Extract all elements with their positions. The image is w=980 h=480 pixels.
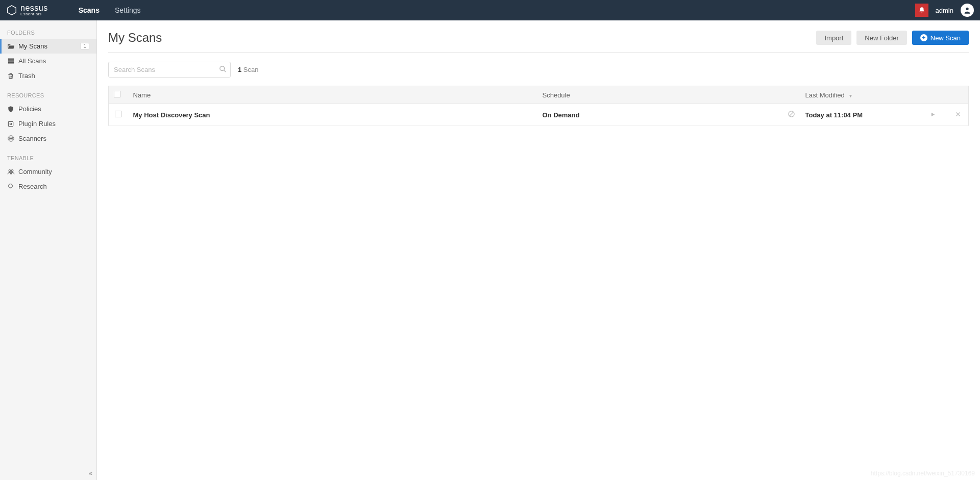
- radar-icon: [7, 135, 18, 142]
- stack-icon: [7, 57, 18, 65]
- sidebar-item-all-scans[interactable]: All Scans: [0, 54, 96, 68]
- sidebar-item-my-scans[interactable]: My Scans 1: [0, 39, 96, 54]
- top-nav: Scans Settings: [79, 6, 141, 14]
- col-header-select: [109, 86, 128, 104]
- page-actions: Import New Folder + New Scan: [816, 31, 969, 45]
- svg-point-1: [966, 8, 968, 10]
- search-icon[interactable]: [219, 65, 227, 74]
- svg-point-12: [220, 66, 225, 70]
- sidebar-item-trash[interactable]: Trash: [0, 68, 96, 83]
- scans-table: Name Schedule Last Modified ▼ My H: [108, 86, 969, 126]
- sidebar-item-plugin-rules[interactable]: Plugin Rules: [0, 116, 96, 131]
- row-name[interactable]: My Host Discovery Scan: [128, 104, 537, 126]
- main-content: My Scans Import New Folder + New Scan 1: [97, 20, 980, 480]
- folder-open-icon: [7, 42, 18, 50]
- nessus-hexagon-icon: [6, 5, 17, 16]
- lightbulb-icon: [7, 183, 18, 190]
- svg-rect-5: [8, 121, 13, 126]
- community-icon: [7, 168, 18, 175]
- scan-count-number: 1: [238, 66, 241, 73]
- sidebar-group-resources: RESOURCES: [0, 83, 96, 102]
- sidebar-item-research[interactable]: Research: [0, 179, 96, 194]
- notifications-button[interactable]: [915, 4, 928, 17]
- user-avatar[interactable]: [961, 4, 974, 17]
- new-scan-button[interactable]: + New Scan: [912, 31, 969, 45]
- row-run-cell: [918, 104, 948, 126]
- page-title: My Scans: [108, 31, 162, 45]
- row-select-checkbox[interactable]: [115, 111, 121, 117]
- search-wrap: [108, 62, 231, 78]
- play-icon[interactable]: [930, 112, 936, 117]
- topbar-right: admin: [915, 4, 974, 17]
- svg-point-6: [10, 123, 12, 125]
- page-header: My Scans Import New Folder + New Scan: [108, 31, 969, 53]
- row-last-modified: Today at 11:04 PM: [800, 104, 918, 126]
- sidebar-item-label: Research: [18, 183, 89, 190]
- top-nav-scans[interactable]: Scans: [79, 6, 100, 14]
- svg-marker-0: [8, 6, 16, 15]
- sidebar-item-label: Trash: [18, 72, 89, 80]
- row-status: [782, 104, 800, 126]
- table-row[interactable]: My Host Discovery Scan On Demand Today a…: [109, 104, 969, 126]
- col-header-run: [918, 86, 948, 104]
- sidebar-badge: 1: [80, 43, 89, 49]
- sort-caret-down-icon: ▼: [848, 94, 852, 98]
- svg-point-10: [9, 170, 11, 172]
- import-button[interactable]: Import: [816, 31, 851, 45]
- brand-name: nessus: [20, 4, 48, 12]
- watermark: https://blog.csdn.net/weixin_51730169: [871, 470, 975, 477]
- plus-circle-icon: +: [920, 34, 927, 41]
- col-header-last-modified-label: Last Modified: [805, 91, 845, 99]
- user-menu[interactable]: admin: [936, 7, 953, 14]
- plugin-icon: [7, 120, 18, 128]
- chevron-double-left-icon: «: [89, 469, 92, 477]
- row-select-cell: [109, 104, 128, 126]
- sidebar-item-label: Community: [18, 168, 89, 175]
- svg-point-11: [11, 170, 13, 172]
- sidebar-item-label: Policies: [18, 105, 89, 113]
- sidebar-item-policies[interactable]: Policies: [0, 102, 96, 116]
- brand-tagline: Essentials: [20, 12, 48, 16]
- sidebar-group-tenable: TENABLE: [0, 146, 96, 164]
- col-header-status: [782, 86, 800, 104]
- row-schedule: On Demand: [537, 104, 782, 126]
- new-folder-button[interactable]: New Folder: [856, 31, 906, 45]
- sidebar-collapse-toggle[interactable]: «: [89, 469, 92, 477]
- brand-logo[interactable]: nessus Essentials: [6, 4, 48, 16]
- col-header-last-modified[interactable]: Last Modified ▼: [800, 86, 918, 104]
- col-header-delete: [948, 86, 969, 104]
- trash-icon: [7, 72, 18, 80]
- col-header-schedule[interactable]: Schedule: [537, 86, 782, 104]
- row-delete-cell: [948, 104, 969, 126]
- sidebar: FOLDERS My Scans 1 All Scans Trash RESOU…: [0, 20, 97, 480]
- shield-icon: [7, 106, 18, 113]
- new-scan-label: New Scan: [930, 35, 961, 41]
- scan-count: 1 Scan: [238, 66, 259, 73]
- brand-text: nessus Essentials: [20, 4, 48, 16]
- person-icon: [963, 6, 971, 14]
- topbar: nessus Essentials Scans Settings admin: [0, 0, 980, 20]
- sidebar-item-label: Plugin Rules: [18, 120, 89, 128]
- sidebar-group-folders: FOLDERS: [0, 20, 96, 39]
- svg-rect-2: [8, 59, 14, 60]
- table-header-row: Name Schedule Last Modified ▼: [109, 86, 969, 104]
- sidebar-item-scanners[interactable]: Scanners: [0, 131, 96, 146]
- svg-rect-4: [8, 62, 14, 64]
- col-header-name[interactable]: Name: [128, 86, 537, 104]
- sidebar-item-label: My Scans: [18, 42, 80, 50]
- sidebar-item-community[interactable]: Community: [0, 164, 96, 179]
- bell-icon: [918, 7, 925, 14]
- scan-count-word: Scan: [243, 66, 259, 73]
- search-input[interactable]: [108, 62, 231, 78]
- sidebar-item-label: Scanners: [18, 135, 89, 142]
- select-all-checkbox[interactable]: [114, 91, 120, 97]
- sidebar-item-label: All Scans: [18, 57, 89, 65]
- svg-rect-3: [8, 60, 14, 62]
- toolbar: 1 Scan: [108, 62, 969, 78]
- top-nav-settings[interactable]: Settings: [115, 6, 141, 14]
- close-icon[interactable]: [955, 111, 961, 117]
- status-disabled-icon: [788, 110, 795, 118]
